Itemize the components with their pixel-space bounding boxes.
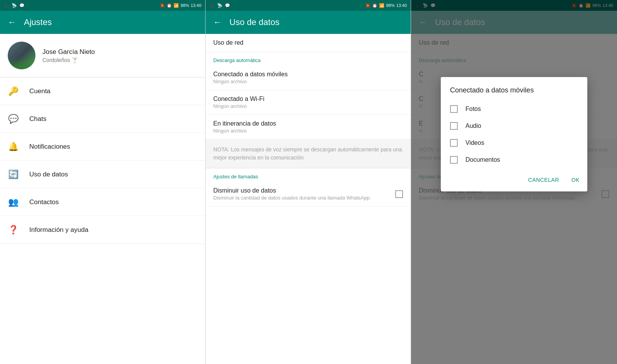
disminuir-sub: Disminuir la cantidad de datos usados du…	[213, 195, 371, 201]
dialog-option-fotos[interactable]: Fotos	[441, 101, 587, 117]
status-icons-right-2: 🔕 ⏰ 📶 88% 13:40	[365, 3, 407, 8]
itinerancia-item[interactable]: En itinerancia de datos Ningún archivo	[206, 115, 411, 139]
llamadas-section: Ajustes de llamadas	[206, 168, 411, 182]
nota-box: NOTA: Los mensajes de voz siempre se des…	[206, 139, 411, 168]
menu-label-contactos: Contactos	[29, 198, 59, 206]
time-display: 13:40	[190, 3, 201, 8]
status-bar-1: 📞 📡 💬 🔕 ⏰ 📶 88% 13:40	[0, 0, 205, 11]
menu-item-chats[interactable]: 💬 Chats	[0, 105, 205, 133]
header-ajustes: ← Ajustes	[0, 11, 205, 34]
uso-red-label: Uso de red	[213, 39, 243, 46]
menu-item-notificaciones[interactable]: 🔔 Notificaciones	[0, 133, 205, 161]
battery-percent-2: 88%	[386, 3, 394, 8]
disminuir-title: Disminuir uso de datos	[213, 187, 371, 194]
videos-label: Videos	[465, 139, 484, 146]
profile-section[interactable]: Jose García Nieto Cordoleños 🍸	[0, 34, 205, 77]
phone-icon-2: 📞	[209, 3, 215, 8]
back-button-2[interactable]: ←	[213, 17, 222, 27]
wifi-title: Conectado a Wi-Fi	[213, 96, 403, 102]
contacts-icon: 👥	[8, 197, 19, 207]
fotos-checkbox[interactable]	[450, 105, 458, 113]
bell-icon: 🔔	[8, 142, 19, 152]
conectado-datos-dialog: Conectado a datos móviles Fotos Audio Vi…	[441, 77, 587, 191]
fotos-label: Fotos	[465, 106, 481, 112]
chat-menu-icon: 💬	[8, 114, 19, 124]
menu-item-contactos[interactable]: 👥 Contactos	[0, 188, 205, 216]
menu-item-ayuda[interactable]: ❓ Información y ayuda	[0, 216, 205, 244]
menu-label-chats: Chats	[29, 115, 46, 123]
documentos-label: Documentos	[465, 156, 500, 163]
battery-percent: 88%	[180, 3, 189, 8]
panel-uso-datos-dialog: 📞 📡 💬 🔕 ⏰ 📶 88% 13:40 ← Uso de datos Uso…	[411, 0, 617, 364]
profile-name: Jose García Nieto	[42, 48, 95, 56]
signal-icon-2: 📡	[217, 3, 223, 8]
disminuir-left: Disminuir uso de datos Disminuir la cant…	[213, 187, 371, 201]
panel-ajustes: 📞 📡 💬 🔕 ⏰ 📶 88% 13:40 ← Ajustes Jose Gar…	[0, 0, 206, 364]
data-icon: 🔄	[8, 169, 19, 179]
menu-item-cuenta[interactable]: 🔑 Cuenta	[0, 77, 205, 105]
profile-info: Jose García Nieto Cordoleños 🍸	[42, 48, 95, 63]
alarm-icon: ⏰	[167, 3, 172, 8]
header-uso-datos: ← Uso de datos	[206, 11, 411, 34]
signal-icon: 📡	[12, 3, 17, 8]
wifi-item[interactable]: Conectado a Wi-Fi Ningún archivo	[206, 90, 411, 115]
ok-button[interactable]: OK	[570, 174, 581, 185]
time-display-2: 13:40	[396, 3, 407, 8]
settings-menu: 🔑 Cuenta 💬 Chats 🔔 Notificaciones 🔄 Uso …	[0, 77, 205, 364]
status-icons-left-2: 📞 📡 💬	[209, 3, 230, 8]
dialog-option-audio[interactable]: Audio	[441, 117, 587, 134]
dialog-title: Conectado a datos móviles	[441, 86, 587, 101]
status-bar-2: 📞 📡 💬 🔕 ⏰ 📶 88% 13:40	[206, 0, 411, 11]
avatar	[8, 42, 35, 69]
menu-label-ayuda: Información y ayuda	[29, 226, 88, 234]
chat-icon-2: 💬	[225, 3, 230, 8]
page-title-1: Ajustes	[24, 17, 52, 27]
menu-label-uso-datos: Uso de datos	[29, 171, 68, 178]
phone-icon: 📞	[4, 3, 9, 8]
audio-checkbox[interactable]	[450, 122, 458, 130]
uso-red-item[interactable]: Uso de red	[206, 34, 411, 52]
descarga-section-label: Descarga automática	[213, 57, 261, 63]
dialog-actions: CANCELAR OK	[441, 168, 587, 187]
help-icon: ❓	[8, 225, 19, 235]
status-icons-right: 🔕 ⏰ 📶 88% 13:40	[160, 3, 201, 8]
dialog-option-videos[interactable]: Videos	[441, 134, 587, 151]
profile-status: Cordoleños 🍸	[42, 57, 95, 63]
wifi-icon: 📶	[174, 3, 179, 8]
mute-icon: 🔕	[160, 3, 165, 8]
nota-text: NOTA: Los mensajes de voz siempre se des…	[213, 146, 403, 162]
datos-moviles-item[interactable]: Conectado a datos móviles Ningún archivo	[206, 65, 411, 90]
documentos-checkbox[interactable]	[450, 156, 458, 164]
menu-label-notificaciones: Notificaciones	[29, 143, 70, 151]
back-button-1[interactable]: ←	[8, 17, 16, 27]
datos-moviles-sub: Ningún archivo	[213, 79, 403, 84]
wifi-sub: Ningún archivo	[213, 103, 403, 109]
key-icon: 🔑	[8, 86, 19, 96]
datos-moviles-title: Conectado a datos móviles	[213, 71, 403, 78]
itinerancia-sub: Ningún archivo	[213, 128, 403, 134]
disminuir-uso-item[interactable]: Disminuir uso de datos Disminuir la cant…	[206, 182, 411, 206]
descarga-automatica-section: Descarga automática	[206, 52, 411, 65]
cancel-button[interactable]: CANCELAR	[527, 174, 561, 185]
alarm-icon-2: ⏰	[372, 3, 378, 8]
status-icons-left: 📞 📡 💬	[4, 3, 25, 8]
panel-uso-datos: 📞 📡 💬 🔕 ⏰ 📶 88% 13:40 ← Uso de datos Uso…	[206, 0, 411, 364]
page-title-2: Uso de datos	[229, 17, 280, 27]
dialog-option-documentos[interactable]: Documentos	[441, 151, 587, 168]
uso-datos-content: Uso de red Descarga automática Conectado…	[206, 34, 411, 364]
wifi-icon-2: 📶	[379, 3, 384, 8]
videos-checkbox[interactable]	[450, 139, 458, 147]
itinerancia-title: En itinerancia de datos	[213, 120, 403, 127]
audio-label: Audio	[465, 122, 481, 129]
disminuir-checkbox[interactable]	[395, 190, 403, 198]
menu-label-cuenta: Cuenta	[29, 87, 51, 95]
mute-icon-2: 🔕	[365, 3, 371, 8]
llamadas-section-label: Ajustes de llamadas	[213, 174, 258, 179]
chat-icon: 💬	[19, 3, 25, 8]
dialog-overlay: Conectado a datos móviles Fotos Audio Vi…	[411, 0, 617, 364]
menu-item-uso-datos[interactable]: 🔄 Uso de datos	[0, 161, 205, 188]
avatar-image	[8, 42, 35, 69]
